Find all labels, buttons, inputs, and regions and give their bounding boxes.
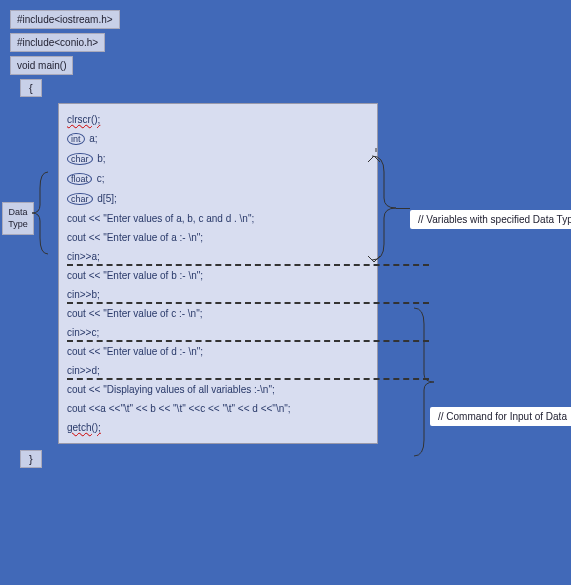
data-type-label: Data Type bbox=[2, 202, 34, 235]
code-cout-display: cout << "Displaying values of all variab… bbox=[67, 380, 369, 399]
code-int-a: int a; bbox=[67, 129, 369, 149]
code-cin-d: cin>>d; bbox=[67, 361, 429, 380]
code-getch: getch(); bbox=[67, 418, 369, 437]
code-cin-b: cin>>b; bbox=[67, 285, 429, 304]
annotation-variables: // Variables with specified Data Types bbox=[410, 210, 571, 229]
data-type-label-l2: Type bbox=[5, 219, 31, 231]
open-brace-box: { bbox=[20, 79, 42, 97]
header-include-iostream: #include<iostream.h> bbox=[10, 10, 120, 29]
code-cout-enter-c: cout << "Enter value of c :- \n"; bbox=[67, 304, 369, 323]
data-type-label-l1: Data bbox=[5, 207, 31, 219]
code-cout-enter-d: cout << "Enter value of d :- \n"; bbox=[67, 342, 369, 361]
code-cout-vars: cout <<a <<"\t" << b << "\t" <<c << "\t"… bbox=[67, 399, 369, 418]
code-clrscr: clrscr(); bbox=[67, 110, 369, 129]
left-bracket-icon bbox=[32, 168, 50, 258]
code-char-d5: char d[5]; bbox=[67, 189, 369, 209]
code-cin-c: cin>>c; bbox=[67, 323, 429, 342]
annotation-input-commands: // Command for Input of Data bbox=[430, 407, 571, 426]
code-cout-enter-b: cout << "Enter value of b :- \n"; bbox=[67, 266, 369, 285]
code-cout-enter-a: cout << "Enter value of a :- \n"; bbox=[67, 228, 369, 247]
header-void-main: void main() bbox=[10, 56, 73, 75]
code-float-c: float c; bbox=[67, 169, 369, 189]
close-brace-box: } bbox=[20, 450, 42, 468]
code-cout-enter-all: cout << "Enter values of a, b, c and d .… bbox=[67, 209, 369, 228]
code-char-b: char b; bbox=[67, 149, 369, 169]
connector-line-variables bbox=[396, 208, 410, 209]
header-include-conio: #include<conio.h> bbox=[10, 33, 105, 52]
code-block: clrscr(); int a; char b; float c; char d… bbox=[58, 103, 378, 444]
right-brace-input-icon bbox=[414, 302, 440, 462]
